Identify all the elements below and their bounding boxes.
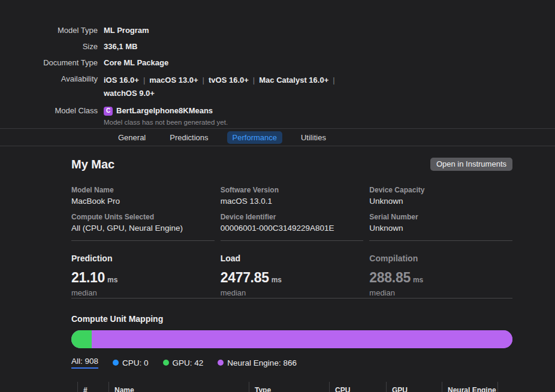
device-info-cell: Compute Units Selected All (CPU, GPU, Ne… [71, 213, 215, 233]
bar-segment-gpu [71, 330, 92, 348]
model-class-name: BertLargeIphone8KMeans [116, 105, 213, 116]
legend-filter-gpu[interactable]: GPU: 42 [163, 358, 204, 367]
field-value: MacBook Pro [71, 197, 215, 206]
metric-unit: ms [272, 276, 282, 284]
field-label: Software Version [221, 186, 364, 194]
model-class-line: C BertLargeIphone8KMeans [104, 105, 228, 116]
class-icon: C [104, 107, 113, 116]
device-info-grid: Model Name MacBook Pro Compute Units Sel… [71, 186, 512, 241]
availability-separator: | [253, 76, 255, 85]
field-label: Device Capacity [369, 186, 512, 194]
field-value: 00006001-000C3149229A801E [221, 224, 364, 233]
metric-value-row: 2477.85 ms [221, 270, 364, 286]
metric-unit: ms [107, 276, 117, 284]
field-value: Unknown [369, 224, 512, 233]
column-header-number: # [77, 382, 108, 392]
open-in-instruments-button[interactable]: Open in Instruments [430, 158, 512, 171]
legend-filter-all[interactable]: All: 908 [71, 357, 98, 369]
model-performance-window: Model Type ML Program Size 336,1 MB Docu… [0, 0, 555, 392]
gpu-dot-icon [163, 360, 169, 366]
metric-title: Compilation [369, 254, 512, 264]
availability-item: Mac Catalyst 16.0+ [259, 76, 328, 85]
device-info-column: Device Capacity Unknown Serial Number Un… [369, 186, 512, 241]
field-value: macOS 13.0.1 [221, 197, 364, 206]
metric-unit: ms [413, 276, 423, 284]
meta-label: Availability [0, 74, 98, 100]
availability-item: tvOS 16.0+ [209, 76, 249, 85]
availability-separator: | [333, 76, 334, 85]
tab-group: General Predictions Performance Utilitie… [113, 131, 331, 144]
metric-compilation: Compilation 288.85 ms median [369, 254, 512, 297]
tab-predictions[interactable]: Predictions [164, 131, 213, 144]
model-class-value: C BertLargeIphone8KMeans Model class has… [104, 105, 228, 126]
legend-filter-neural-engine[interactable]: Neural Engine: 866 [218, 358, 297, 367]
field-label: Model Name [71, 186, 215, 194]
compute-unit-legend: All: 908 CPU: 0 GPU: 42 Neural Engine: 8… [71, 357, 297, 369]
meta-label: Size [0, 41, 98, 52]
layer-table-header: # Name Type CPU GPU Neural Engine [0, 382, 555, 392]
device-info-cell: Serial Number Unknown [369, 213, 512, 233]
cpu-dot-icon [113, 360, 119, 366]
field-value: All (CPU, GPU, Neural Engine) [71, 224, 215, 233]
meta-value: 336,1 MB [104, 41, 137, 52]
tab-utilities[interactable]: Utilities [295, 131, 331, 144]
device-info-column: Model Name MacBook Pro Compute Units Sel… [71, 186, 215, 241]
device-title: My Mac [71, 158, 114, 171]
legend-label: GPU: 42 [173, 358, 204, 367]
column-header-gpu: GPU [386, 382, 442, 392]
metric-prediction: Prediction 21.10 ms median [71, 254, 215, 297]
field-label: Compute Units Selected [71, 213, 215, 221]
device-header: My Mac Open in Instruments [71, 155, 512, 174]
device-info-column: Software Version macOS 13.0.1 Device Ide… [221, 186, 364, 241]
meta-row-size: Size 336,1 MB [0, 41, 555, 52]
device-info-cell: Device Identifier 00006001-000C3149229A8… [221, 213, 364, 233]
timing-metrics: Prediction 21.10 ms median Load 2477.85 … [71, 254, 512, 297]
metric-stat: median [369, 288, 512, 297]
metric-stat: median [221, 288, 364, 297]
column-header-type: Type [249, 382, 329, 392]
field-value: Unknown [369, 197, 512, 206]
meta-row-document-type: Document Type Core ML Package [0, 58, 555, 68]
meta-row-availability: Availability iOS 16.0+|macOS 13.0+|tvOS … [0, 74, 555, 100]
model-class-caption: Model class has not been generated yet. [104, 118, 228, 126]
field-label: Device Identifier [221, 213, 364, 221]
availability-line-2: watchOS 9.0+ [104, 87, 339, 100]
metric-title: Load [221, 254, 364, 264]
metric-value: 2477.85 [221, 270, 269, 286]
availability-value: iOS 16.0+|macOS 13.0+|tvOS 16.0+|Mac Cat… [104, 74, 339, 100]
metric-value: 21.10 [71, 270, 105, 286]
metric-stat: median [71, 288, 215, 297]
neural-engine-dot-icon [218, 360, 224, 366]
device-info-cell: Software Version macOS 13.0.1 [221, 186, 364, 206]
field-label: Serial Number [369, 213, 512, 221]
availability-item: iOS 16.0+ [104, 76, 139, 85]
metric-value-row: 288.85 ms [369, 270, 512, 286]
legend-filter-cpu[interactable]: CPU: 0 [113, 358, 149, 367]
compute-unit-bar [71, 330, 512, 348]
column-header-cpu: CPU [329, 382, 386, 392]
meta-value: Core ML Package [104, 58, 168, 68]
metric-title: Prediction [71, 254, 215, 264]
availability-line-1: iOS 16.0+|macOS 13.0+|tvOS 16.0+|Mac Cat… [104, 74, 339, 87]
device-info-cell: Model Name MacBook Pro [71, 186, 215, 206]
meta-label: Model Type [0, 25, 98, 36]
meta-value: ML Program [104, 25, 149, 36]
availability-item: macOS 13.0+ [149, 76, 198, 85]
meta-label: Document Type [0, 58, 98, 68]
metric-load: Load 2477.85 ms median [221, 254, 364, 297]
tab-bar: General Predictions Performance Utilitie… [0, 128, 555, 146]
tab-performance[interactable]: Performance [227, 131, 282, 144]
meta-row-model-type: Model Type ML Program [0, 25, 555, 36]
section-divider [71, 298, 512, 298]
availability-separator: | [143, 76, 145, 85]
tab-general[interactable]: General [113, 131, 151, 144]
column-header-name: Name [108, 382, 249, 392]
meta-row-model-class: Model Class C BertLargeIphone8KMeans Mod… [0, 105, 555, 126]
legend-label: CPU: 0 [122, 358, 149, 367]
metric-value: 288.85 [369, 270, 411, 286]
availability-separator: | [203, 76, 204, 85]
performance-report: My Mac Open in Instruments Model Name Ma… [0, 146, 555, 392]
compute-unit-mapping-title: Compute Unit Mapping [71, 314, 163, 324]
column-header-neural-engine: Neural Engine [442, 382, 497, 392]
availability-item: watchOS 9.0+ [104, 89, 155, 98]
